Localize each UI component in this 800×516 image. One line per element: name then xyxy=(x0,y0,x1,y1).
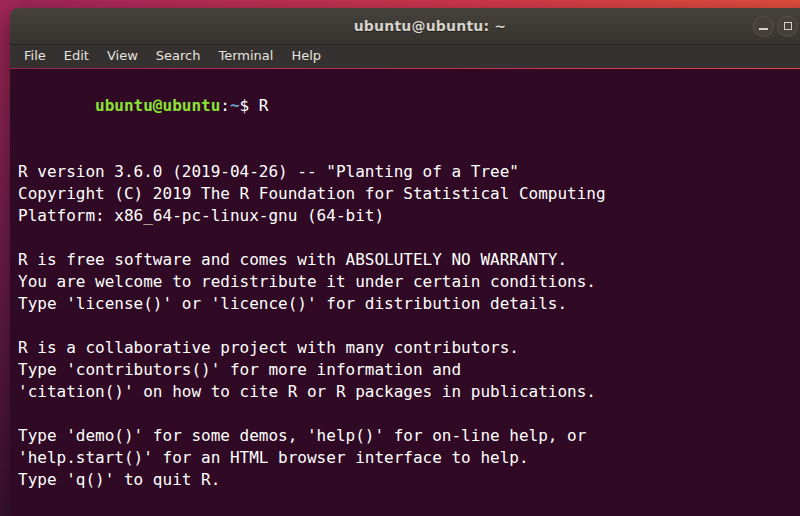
prompt-colon: : xyxy=(220,96,230,115)
terminal-output-line xyxy=(18,139,800,161)
terminal-output-line xyxy=(18,491,800,513)
terminal-output-line: R is free software and comes with ABSOLU… xyxy=(18,249,800,271)
window-title: ubuntu@ubuntu: ~ xyxy=(10,8,800,44)
terminal-output-line: Type 'license()' or 'licence()' for dist… xyxy=(18,293,800,315)
terminal-output-line: Type 'q()' to quit R. xyxy=(18,469,800,491)
menu-file[interactable]: File xyxy=(15,46,55,67)
prompt-user-host: ubuntu@ubuntu xyxy=(95,96,220,115)
maximize-button[interactable] xyxy=(777,16,798,37)
menu-terminal[interactable]: Terminal xyxy=(209,46,282,67)
prompt-dollar: $ xyxy=(240,96,259,115)
minimize-button[interactable] xyxy=(753,16,774,37)
terminal-window: ubuntu@ubuntu: ~ × File Edit View Search… xyxy=(10,8,800,516)
menu-search[interactable]: Search xyxy=(147,46,210,67)
terminal-output-line: R is a collaborative project with many c… xyxy=(18,337,800,359)
terminal-output-line: 'citation()' on how to cite R or R packa… xyxy=(18,381,800,403)
terminal-output-line xyxy=(18,315,800,337)
window-titlebar[interactable]: ubuntu@ubuntu: ~ × xyxy=(10,8,800,45)
menu-help[interactable]: Help xyxy=(282,46,330,67)
terminal-output-line: Type 'demo()' for some demos, 'help()' f… xyxy=(18,425,800,447)
menu-edit[interactable]: Edit xyxy=(55,46,98,67)
typed-command: R xyxy=(259,96,269,115)
terminal-output-line: 'help.start()' for an HTML browser inter… xyxy=(18,447,800,469)
desktop-wallpaper: ubuntu@ubuntu: ~ × File Edit View Search… xyxy=(0,0,800,516)
window-controls: × xyxy=(753,8,800,44)
terminal-output-line: Type 'contributors()' for more informati… xyxy=(18,359,800,381)
prompt-path: ~ xyxy=(230,96,240,115)
terminal-output-line: You are welcome to redistribute it under… xyxy=(18,271,800,293)
menu-view[interactable]: View xyxy=(98,46,147,67)
terminal-output-line xyxy=(18,403,800,425)
terminal-output-line: Platform: x86_64-pc-linux-gnu (64-bit) xyxy=(18,205,800,227)
terminal-screen[interactable]: ubuntu@ubuntu:~$ R R version 3.6.0 (2019… xyxy=(10,69,800,516)
terminal-output-line: Copyright (C) 2019 The R Foundation for … xyxy=(18,183,800,205)
terminal-output-line: R version 3.6.0 (2019-04-26) -- "Plantin… xyxy=(18,161,800,183)
minimize-icon xyxy=(759,28,768,30)
shell-prompt-line: ubuntu@ubuntu:~$ R xyxy=(18,73,800,139)
menu-bar: File Edit View Search Terminal Help xyxy=(10,45,800,68)
terminal-output-line xyxy=(18,227,800,249)
maximize-icon xyxy=(784,22,792,30)
